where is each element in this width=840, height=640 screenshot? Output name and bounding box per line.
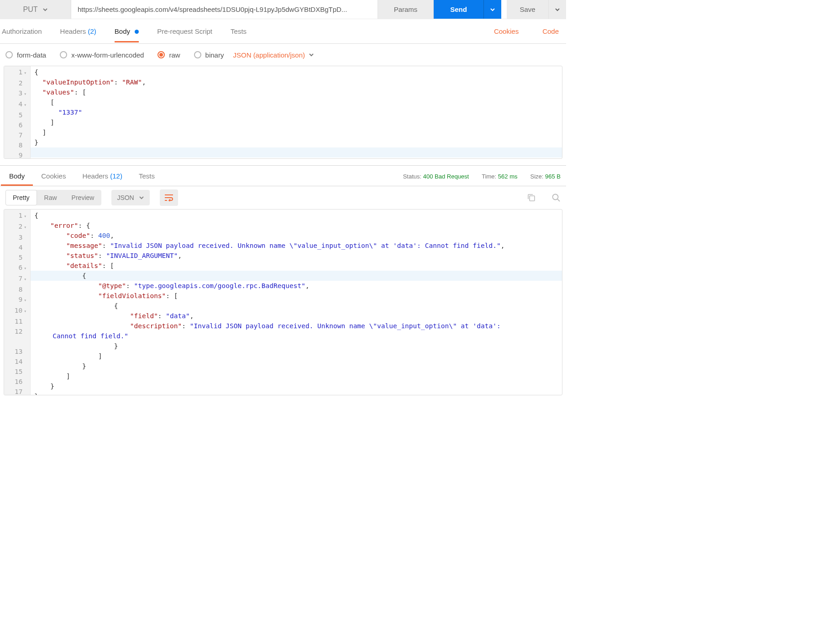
modified-dot-icon — [135, 30, 139, 34]
radio-form-data-label: form-data — [17, 51, 46, 59]
json-key: "fieldViolations" — [98, 292, 166, 299]
json-key: "field" — [130, 312, 158, 320]
tab-headers-count: (2) — [88, 27, 96, 35]
chevron-down-icon — [490, 7, 495, 12]
url-input[interactable]: https://sheets.googleapis.com/v4/spreads… — [71, 0, 378, 19]
radio-urlencoded[interactable]: x-www-form-urlencoded — [60, 51, 144, 59]
response-tabs: Body Cookies Headers (12) Tests Status: … — [0, 165, 566, 186]
time-value: 562 ms — [498, 173, 518, 180]
response-format-label: JSON — [117, 194, 134, 201]
res-tab-headers-count: (12) — [110, 172, 122, 180]
radio-raw[interactable]: raw — [158, 51, 180, 59]
json-string: "type.googleapis.com/google.rpc.BadReque… — [134, 282, 305, 289]
line-wrap-button[interactable] — [160, 189, 178, 206]
size-value: 965 B — [545, 173, 561, 180]
json-string: "1337" — [58, 109, 82, 116]
content-type-label: JSON (application/json) — [233, 51, 305, 59]
search-button[interactable] — [551, 193, 561, 202]
tab-prerequest[interactable]: Pre-request Script — [157, 21, 212, 42]
radio-selected-icon — [158, 51, 165, 58]
tab-headers-label: Headers — [60, 27, 86, 35]
request-code[interactable]: { "valueInputOption": "RAW", "values": [… — [31, 66, 562, 158]
radio-form-data[interactable]: form-data — [5, 51, 46, 59]
response-format-dropdown[interactable]: JSON — [111, 190, 149, 205]
json-string-wrap: Cannot find field." — [34, 332, 128, 340]
view-preview[interactable]: Preview — [64, 190, 102, 205]
request-tabs: Authorization Headers (2) Body Pre-reque… — [0, 19, 566, 44]
json-number: 400 — [98, 232, 110, 239]
res-tab-tests[interactable]: Tests — [131, 166, 163, 186]
brace: { — [34, 68, 38, 76]
response-body-editor[interactable]: 1▾ 2▾ 3 4 5 6▾ 7▾ 8 9▾ 10▾ 11 12 13 14 1… — [4, 209, 562, 395]
request-gutter: 1▾ 2 3▾ 4▾ 5 6 7 8 9 — [4, 66, 31, 158]
copy-button[interactable] — [527, 193, 536, 202]
res-tab-body[interactable]: Body — [1, 166, 33, 186]
chevron-down-icon — [42, 7, 48, 12]
json-string: "Invalid JSON payload received. Unknown … — [190, 322, 505, 330]
svg-line-4 — [557, 199, 560, 201]
radio-binary[interactable]: binary — [194, 51, 224, 59]
copy-icon — [527, 193, 536, 202]
view-raw[interactable]: Raw — [37, 190, 64, 205]
content-type-dropdown[interactable]: JSON (application/json) — [233, 51, 314, 59]
brace: } — [34, 139, 38, 146]
save-button[interactable]: Save — [507, 0, 549, 19]
json-key: "status" — [66, 252, 98, 259]
code-link[interactable]: Code — [542, 27, 564, 35]
tab-headers[interactable]: Headers (2) — [60, 21, 96, 42]
tab-authorization[interactable]: Authorization — [2, 21, 42, 42]
view-pretty[interactable]: Pretty — [5, 190, 37, 205]
view-mode-pill: Pretty Raw Preview — [5, 190, 101, 205]
http-method-label: PUT — [23, 5, 38, 14]
json-string: "RAW" — [122, 79, 142, 86]
params-button[interactable]: Params — [378, 0, 434, 19]
body-type-options: form-data x-www-form-urlencoded raw bina… — [0, 44, 566, 66]
search-icon — [551, 193, 561, 202]
cookies-link[interactable]: Cookies — [494, 27, 524, 35]
response-status: Status: 400 Bad Request — [403, 173, 469, 186]
send-dropdown[interactable] — [484, 0, 501, 19]
save-dropdown[interactable] — [549, 0, 566, 19]
chevron-down-icon — [555, 7, 560, 12]
request-body-editor[interactable]: 1▾ 2 3▾ 4▾ 5 6 7 8 9 { "valueInputOption… — [4, 66, 562, 159]
json-key: "values" — [42, 89, 74, 96]
tab-tests[interactable]: Tests — [231, 21, 247, 42]
radio-binary-label: binary — [205, 51, 224, 59]
json-string: "data" — [166, 312, 189, 320]
tab-body[interactable]: Body — [115, 21, 139, 42]
res-tab-cookies[interactable]: Cookies — [33, 166, 74, 186]
json-key: "description" — [130, 322, 182, 330]
response-size: Size: 965 B — [530, 173, 561, 186]
json-key: "code" — [66, 232, 90, 239]
json-key: "error" — [50, 222, 78, 229]
json-key: "@type" — [98, 282, 126, 289]
res-tab-headers[interactable]: Headers (12) — [74, 166, 131, 186]
status-value: 400 Bad Request — [423, 173, 469, 180]
svg-rect-2 — [530, 196, 535, 201]
response-time: Time: 562 ms — [482, 173, 517, 186]
response-gutter: 1▾ 2▾ 3 4 5 6▾ 7▾ 8 9▾ 10▾ 11 12 13 14 1… — [4, 210, 31, 395]
line-wrap-icon — [164, 194, 173, 201]
res-tab-headers-label: Headers — [82, 172, 108, 180]
response-code[interactable]: { "error": { "code": 400, "message": "In… — [31, 210, 562, 395]
json-string: "INVALID_ARGUMENT" — [106, 252, 178, 259]
chevron-down-icon — [139, 195, 144, 200]
send-button[interactable]: Send — [434, 0, 484, 19]
radio-raw-label: raw — [169, 51, 180, 59]
request-bar: PUT https://sheets.googleapis.com/v4/spr… — [0, 0, 566, 19]
tab-body-label: Body — [115, 27, 130, 35]
http-method-dropdown[interactable]: PUT — [0, 0, 71, 19]
svg-point-3 — [553, 194, 558, 200]
json-key: "valueInputOption" — [42, 79, 114, 86]
json-key: "message" — [66, 242, 102, 249]
response-view-bar: Pretty Raw Preview JSON — [0, 186, 566, 209]
json-key: "details" — [66, 262, 102, 269]
radio-urlencoded-label: x-www-form-urlencoded — [71, 51, 144, 59]
chevron-down-icon — [309, 52, 314, 58]
json-string: "Invalid JSON payload received. Unknown … — [110, 242, 501, 249]
